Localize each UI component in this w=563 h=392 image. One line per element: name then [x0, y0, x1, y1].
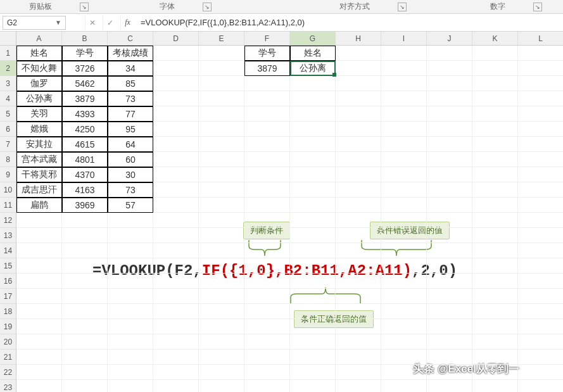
cell[interactable]: [381, 380, 427, 392]
cell[interactable]: [381, 350, 427, 365]
cell[interactable]: [427, 152, 472, 167]
cell[interactable]: [381, 289, 427, 304]
cell[interactable]: [153, 274, 199, 289]
column-header[interactable]: L: [518, 32, 563, 45]
cell[interactable]: 干将莫邪: [16, 167, 62, 182]
row-header[interactable]: 18: [0, 304, 16, 319]
cell[interactable]: [290, 319, 336, 334]
cell[interactable]: 3969: [62, 198, 108, 213]
cell[interactable]: [16, 213, 62, 228]
cell[interactable]: [336, 289, 381, 304]
cell[interactable]: [153, 76, 199, 91]
row-header[interactable]: 16: [0, 274, 16, 289]
cell[interactable]: [199, 334, 244, 350]
cell[interactable]: [381, 91, 427, 106]
cell[interactable]: 姓名: [16, 46, 62, 61]
cell[interactable]: [336, 258, 381, 274]
cancel-formula-icon[interactable]: ✕: [85, 16, 99, 30]
cell[interactable]: [153, 167, 199, 182]
cell[interactable]: 嫦娥: [16, 122, 62, 137]
chevron-down-icon[interactable]: ▼: [55, 19, 61, 26]
cell[interactable]: [381, 46, 427, 61]
cell[interactable]: 4250: [62, 122, 108, 137]
cell[interactable]: [244, 350, 290, 365]
cell[interactable]: [472, 152, 518, 167]
cell[interactable]: [62, 213, 108, 228]
cell[interactable]: [336, 61, 381, 76]
row-header[interactable]: 12: [0, 213, 16, 228]
row-header[interactable]: 22: [0, 365, 16, 380]
cell[interactable]: [153, 380, 199, 392]
cell[interactable]: [290, 258, 336, 274]
row-header[interactable]: 13: [0, 228, 16, 243]
cell[interactable]: [153, 198, 199, 213]
cell[interactable]: [472, 122, 518, 137]
cell[interactable]: [16, 274, 62, 289]
cell[interactable]: [518, 91, 563, 106]
cell[interactable]: [518, 76, 563, 91]
cell[interactable]: [199, 167, 244, 182]
cell[interactable]: 公孙离: [16, 91, 62, 106]
cell[interactable]: [244, 152, 290, 167]
cell[interactable]: [244, 213, 290, 228]
cell[interactable]: [427, 198, 472, 213]
cell[interactable]: [427, 91, 472, 106]
cell[interactable]: [336, 334, 381, 350]
cell[interactable]: 60: [108, 152, 153, 167]
cell[interactable]: [427, 228, 472, 243]
cell[interactable]: [381, 365, 427, 380]
cell[interactable]: [381, 198, 427, 213]
cell[interactable]: 学号: [244, 46, 290, 61]
cell[interactable]: 宫本武藏: [16, 152, 62, 167]
cell[interactable]: [336, 365, 381, 380]
cell[interactable]: [472, 365, 518, 380]
cell[interactable]: [381, 319, 427, 334]
cell[interactable]: [244, 76, 290, 91]
cell[interactable]: [427, 122, 472, 137]
cell[interactable]: [518, 61, 563, 76]
cell[interactable]: 4801: [62, 152, 108, 167]
cell[interactable]: [472, 137, 518, 152]
cell[interactable]: [62, 243, 108, 258]
cell[interactable]: [153, 106, 199, 122]
cell[interactable]: [427, 258, 472, 274]
cell[interactable]: 3726: [62, 61, 108, 76]
cell[interactable]: [336, 380, 381, 392]
cell[interactable]: [472, 274, 518, 289]
cell[interactable]: [153, 289, 199, 304]
cell[interactable]: [381, 243, 427, 258]
cell[interactable]: 3879: [244, 61, 290, 76]
cell[interactable]: [16, 304, 62, 319]
cell[interactable]: [244, 380, 290, 392]
cell[interactable]: [16, 289, 62, 304]
cell[interactable]: [518, 198, 563, 213]
column-header[interactable]: G: [290, 32, 336, 45]
column-header[interactable]: J: [427, 32, 472, 45]
cell[interactable]: [472, 76, 518, 91]
fx-icon[interactable]: fx: [120, 16, 134, 30]
cell[interactable]: [518, 228, 563, 243]
cell[interactable]: [16, 243, 62, 258]
cell[interactable]: 考核成绩: [108, 46, 153, 61]
cell[interactable]: [62, 350, 108, 365]
cell[interactable]: [153, 228, 199, 243]
cell[interactable]: [290, 152, 336, 167]
cell[interactable]: [381, 61, 427, 76]
row-header[interactable]: 1: [0, 46, 16, 61]
cell[interactable]: [108, 304, 153, 319]
cell[interactable]: [290, 106, 336, 122]
cell[interactable]: [290, 76, 336, 91]
cell[interactable]: 30: [108, 167, 153, 182]
cell[interactable]: [199, 106, 244, 122]
cell[interactable]: [153, 365, 199, 380]
cell[interactable]: [290, 122, 336, 137]
cell[interactable]: 73: [108, 91, 153, 106]
cell[interactable]: [244, 274, 290, 289]
cell[interactable]: [153, 122, 199, 137]
cell[interactable]: [16, 380, 62, 392]
cell[interactable]: [518, 334, 563, 350]
cell[interactable]: [381, 137, 427, 152]
cell[interactable]: [518, 274, 563, 289]
cell[interactable]: [199, 182, 244, 198]
cell[interactable]: [199, 152, 244, 167]
